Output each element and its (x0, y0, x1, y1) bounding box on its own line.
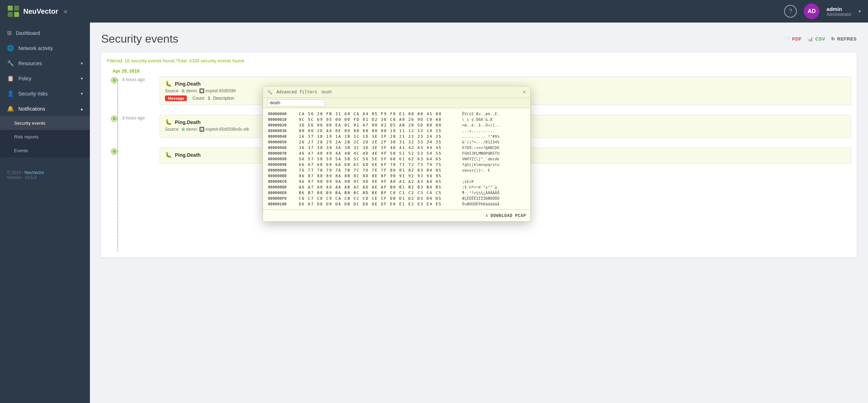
page-title: Security events (101, 32, 784, 45)
timeline-dot (112, 116, 117, 121)
container-icon: 🖥 (181, 127, 185, 132)
sidebar-item-notifications[interactable]: 🔔 Notifications ▴ (0, 101, 90, 116)
refresh-icon: ↻ (831, 36, 835, 42)
pdf-icon: 📄 (784, 36, 790, 42)
hex-table: 00000000CA 56 28 FB 31 60 C6 A4 85 F9 F8… (267, 111, 526, 207)
hex-table-container[interactable]: 00000000CA 56 28 FB 31 60 C6 A4 85 F9 F8… (263, 108, 530, 210)
close-icon[interactable]: ✕ (522, 89, 526, 95)
svg-rect-0 (8, 6, 13, 11)
sidebar-item-security-risks[interactable]: 👤 Security risks ▾ (0, 86, 90, 101)
help-icon: ? (789, 8, 792, 14)
hex-popup: 🔍 Advanced filters ✕ 00000000CA 56 28 FB… (263, 86, 531, 222)
sidebar-item-events[interactable]: Events (0, 144, 90, 157)
chevron-down-icon: ▾ (81, 61, 83, 66)
source-icon: 🔲 (199, 88, 204, 93)
version-text: Version - v2.5.0 (7, 175, 36, 180)
chevron-down-icon: ▾ (81, 91, 83, 96)
content-header: Security events 📄 PDF 📊 CSV ↻ REFRES (101, 32, 857, 45)
filter-line: Filtered: 16 security events found /Tota… (107, 58, 851, 63)
main-layout: ⊞ Dashboard 🌐 Network activity 🔧 Resourc… (0, 23, 868, 403)
logo: NeuVector (7, 5, 58, 18)
network-icon: 🌐 (7, 45, 14, 51)
footer-link[interactable]: NeuVector (25, 170, 44, 175)
sidebar-item-resources[interactable]: 🔧 Resources ▾ (0, 56, 90, 71)
csv-button[interactable]: 📊 CSV (807, 36, 825, 42)
source-icon: 🔲 (199, 127, 204, 132)
user-role: Administrator (826, 12, 851, 17)
sidebar-item-label: Dashboard (16, 30, 40, 36)
hex-search-input[interactable] (322, 89, 374, 94)
avatar: AD (804, 4, 819, 19)
chevron-up-icon: ▴ (81, 106, 83, 111)
topbar: NeuVector « ? AD admin Administrator ▾ (0, 0, 868, 23)
refresh-button[interactable]: ↻ REFRES (831, 36, 857, 42)
hex-popup-header: 🔍 Advanced filters ✕ (263, 86, 530, 98)
dashboard-icon: ⊞ (7, 30, 12, 36)
pdf-button[interactable]: 📄 PDF (784, 36, 802, 42)
container-icon: 🖥 (181, 88, 185, 93)
sidebar-item-label: Policy (18, 76, 31, 81)
event-count: Count: 1 Description (192, 96, 234, 101)
bug-icon: 🐛 (165, 151, 172, 158)
timeline-dot (112, 149, 117, 154)
chevron-down-icon: ▾ (81, 76, 83, 81)
sidebar-item-label: Network activity (18, 45, 53, 51)
event-time: 6 hours ago (122, 115, 154, 120)
sidebar-sub-label: Security events (14, 120, 45, 126)
sidebar-sub-label: Events (14, 148, 28, 153)
sidebar-item-network-activity[interactable]: 🌐 Network activity (0, 41, 90, 56)
message-button[interactable]: Message (165, 95, 187, 101)
timeline-date: Apr 25, 2019 (107, 68, 851, 74)
svg-rect-1 (14, 6, 19, 11)
search-icon: 🔍 (267, 90, 272, 94)
sidebar-item-security-events[interactable]: Security events (0, 116, 90, 130)
sidebar-item-label: Security risks (18, 91, 48, 97)
sidebar-item-risk-reports[interactable]: Risk reports (0, 130, 90, 144)
download-pcap-button[interactable]: ⬇ DOWNLOAD PCAP (485, 213, 526, 218)
sidebar-item-label: Notifications (18, 106, 45, 112)
sidebar-sub-label: Risk reports (14, 134, 38, 140)
notifications-submenu: Security events Risk reports Events (0, 116, 90, 157)
collapse-button[interactable]: « (64, 8, 67, 15)
bug-icon: 🐛 (165, 80, 172, 87)
event-time: 6 hours ago (122, 76, 154, 82)
content: Security events 📄 PDF 📊 CSV ↻ REFRES Fil… (90, 23, 868, 403)
logo-icon (7, 5, 20, 18)
sidebar: ⊞ Dashboard 🌐 Network activity 🔧 Resourc… (0, 23, 90, 403)
sidebar-item-policy[interactable]: 📋 Policy ▾ (0, 71, 90, 86)
download-icon: ⬇ (485, 213, 489, 218)
policy-icon: 📋 (7, 75, 14, 82)
user-info: admin Administrator (826, 6, 851, 17)
hex-popup-title-row (263, 98, 530, 108)
user-menu-chevron[interactable]: ▾ (858, 8, 861, 14)
adv-filter-label: Advanced filters (276, 89, 317, 94)
user-name: admin (826, 6, 851, 12)
svg-rect-2 (8, 12, 13, 17)
help-button[interactable]: ? (784, 5, 797, 18)
notifications-icon: 🔔 (7, 105, 14, 112)
svg-rect-3 (14, 12, 19, 17)
timeline-dot (112, 78, 117, 83)
sidebar-footer: © 2019 - NeuVector Version - v2.5.0 (0, 165, 90, 186)
sidebar-item-dashboard[interactable]: ⊞ Dashboard (0, 25, 90, 41)
hex-popup-footer: ⬇ DOWNLOAD PCAP (263, 210, 530, 221)
event-time (122, 148, 154, 148)
resources-icon: 🔧 (7, 60, 14, 67)
bug-icon: 🐛 (165, 119, 172, 125)
topbar-right: ? AD admin Administrator ▾ (784, 4, 861, 19)
sidebar-item-label: Resources (18, 61, 42, 66)
logo-text: NeuVector (23, 7, 58, 16)
security-icon: 👤 (7, 90, 14, 97)
csv-icon: 📊 (807, 36, 813, 42)
toolbar-buttons: 📄 PDF 📊 CSV ↻ REFRES (784, 36, 857, 42)
death-input[interactable] (267, 99, 325, 106)
